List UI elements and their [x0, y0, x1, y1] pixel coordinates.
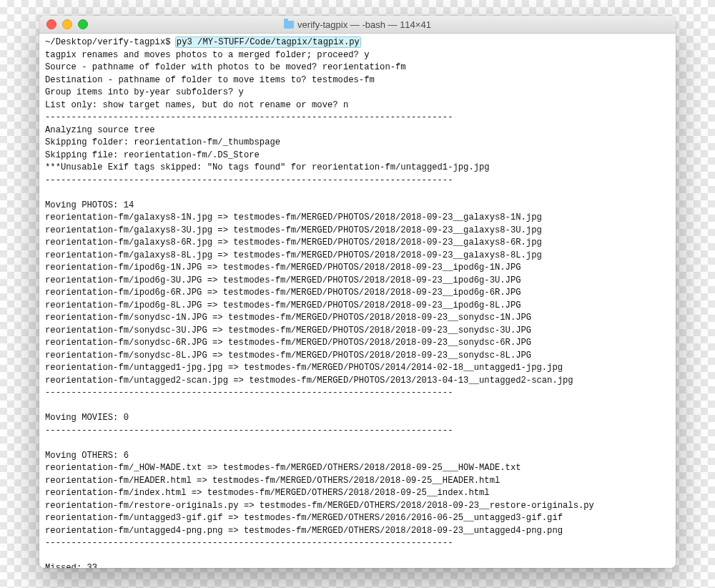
- output-line: reorientation-fm/galaxys8-1N.jpg => test…: [45, 212, 542, 222]
- terminal-window: verify-tagpix — -bash — 114×41 ~/Desktop…: [39, 16, 676, 568]
- output-line: reorientation-fm/untagged2-scan.jpg => t…: [45, 376, 573, 386]
- output-line: Analyzing source tree: [45, 125, 155, 135]
- section-header: Moving OTHERS: 6: [45, 451, 129, 461]
- output-line: ***Unusable Exif tags skipped: "No tags …: [45, 162, 490, 172]
- close-icon[interactable]: [46, 19, 56, 29]
- terminal-output[interactable]: ~/Desktop/verify-tagpix$ py3 /MY-STUFF/C…: [45, 36, 670, 568]
- section-header: Moving MOVIES: 0: [45, 413, 129, 423]
- output-line: Skipping folder: reorientation-fm/_thumb…: [45, 137, 280, 147]
- output-line: reorientation-fm/galaxys8-8L.jpg => test…: [45, 250, 542, 260]
- output-line: reorientation-fm/_HOW-MADE.txt => testmo…: [45, 463, 521, 473]
- output-line: reorientation-fm/untagged4-png.png => te…: [45, 526, 563, 536]
- titlebar: verify-tagpix — -bash — 114×41: [39, 16, 676, 34]
- prompt-command: py3 /MY-STUFF/Code/tagpix/tagpix.py: [176, 37, 360, 47]
- output-line: reorientation-fm/index.html => testmodes…: [45, 488, 490, 498]
- output-line: List only: show target names, but do not…: [45, 100, 348, 110]
- output-line: reorientation-fm/ipod6g-3U.JPG => testmo…: [45, 275, 521, 285]
- output-line: tagpix renames and moves photos to a mer…: [45, 50, 369, 60]
- output-line: reorientation-fm/sonydsc-1N.JPG => testm…: [45, 313, 531, 323]
- output-line: reorientation-fm/sonydsc-8L.JPG => testm…: [45, 351, 531, 361]
- output-separator: ----------------------------------------…: [45, 112, 453, 122]
- section-header: Moving PHOTOS: 14: [45, 200, 134, 210]
- output-line: reorientation-fm/ipod6g-1N.JPG => testmo…: [45, 263, 521, 273]
- terminal-viewport[interactable]: ~/Desktop/verify-tagpix$ py3 /MY-STUFF/C…: [39, 34, 676, 568]
- minimize-icon[interactable]: [62, 19, 72, 29]
- output-line: reorientation-fm/untagged1-jpg.jpg => te…: [45, 363, 563, 373]
- output-line: Skipping file: reorientation-fm/.DS_Stor…: [45, 150, 260, 160]
- output-line: reorientation-fm/sonydsc-3U.JPG => testm…: [45, 325, 531, 335]
- zoom-icon[interactable]: [78, 19, 88, 29]
- folder-icon: [284, 21, 294, 29]
- output-separator: ----------------------------------------…: [45, 388, 453, 398]
- output-line: reorientation-fm/galaxys8-6R.jpg => test…: [45, 237, 542, 248]
- output-line: reorientation-fm/HEADER.html => testmode…: [45, 476, 500, 486]
- output-line: reorientation-fm/galaxys8-3U.jpg => test…: [45, 225, 542, 235]
- prompt-cwd: ~/Desktop/verify-tagpix$: [45, 37, 171, 47]
- output-line: reorientation-fm/sonydsc-6R.JPG => testm…: [45, 338, 531, 348]
- output-separator: ----------------------------------------…: [45, 426, 453, 436]
- window-title: verify-tagpix — -bash — 114×41: [39, 19, 676, 30]
- output-line: Destination - pathname of folder to move…: [45, 75, 375, 85]
- output-line: reorientation-fm/untagged3-gif.gif => te…: [45, 513, 563, 523]
- output-separator: ----------------------------------------…: [45, 175, 453, 185]
- section-header: Missed: 33: [45, 563, 97, 568]
- window-controls: [39, 19, 88, 29]
- output-line: Group items into by-year subfolders? y: [45, 87, 244, 97]
- output-line: reorientation-fm/ipod6g-6R.JPG => testmo…: [45, 288, 521, 298]
- window-title-text: verify-tagpix — -bash — 114×41: [297, 19, 431, 30]
- output-line: reorientation-fm/ipod6g-8L.JPG => testmo…: [45, 300, 521, 310]
- output-line: reorientation-fm/restore-originals.py =>…: [45, 501, 594, 511]
- output-separator: ----------------------------------------…: [45, 538, 453, 548]
- output-line: Source - pathname of folder with photos …: [45, 62, 406, 72]
